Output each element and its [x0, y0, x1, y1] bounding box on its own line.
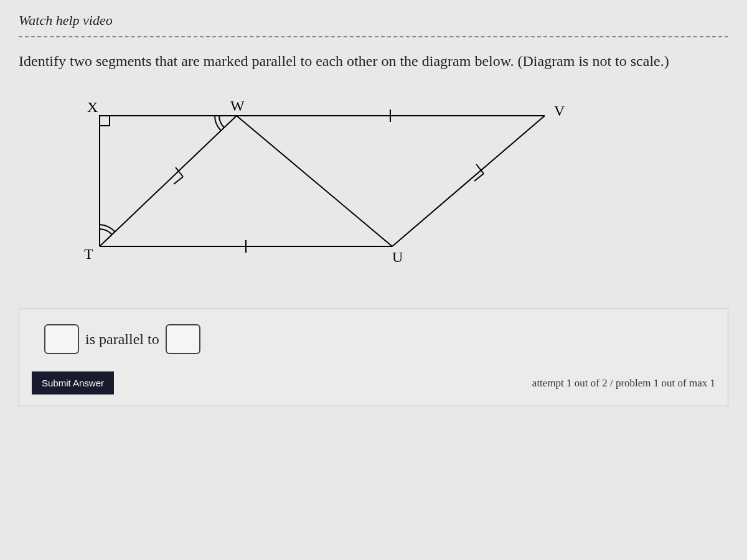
right-angle-mark — [100, 116, 110, 126]
watch-help-video-link[interactable]: Watch help video — [19, 12, 113, 29]
point-label-u: U — [392, 249, 403, 265]
point-label-t: T — [84, 246, 93, 262]
segment-1-input[interactable] — [44, 324, 79, 354]
svg-line-5 — [392, 116, 545, 246]
point-label-w: W — [230, 98, 245, 114]
parallel-arrow-tw — [174, 167, 183, 184]
svg-line-3 — [100, 116, 237, 246]
relation-label: is parallel to — [85, 331, 159, 348]
divider — [19, 36, 728, 37]
segment-2-input[interactable] — [166, 324, 200, 354]
attempt-status: attempt 1 out of 2 / problem 1 out of ma… — [532, 377, 715, 390]
point-label-x: X — [87, 99, 98, 115]
point-label-v: V — [554, 103, 565, 119]
svg-line-4 — [237, 116, 392, 246]
question-text: Identify two segments that are marked pa… — [19, 50, 728, 72]
geometry-diagram: X W V T U — [44, 97, 591, 278]
diagram-container: X W V T U — [19, 91, 728, 296]
svg-line-7 — [174, 177, 183, 184]
answer-row: is parallel to — [32, 324, 715, 354]
answer-area: is parallel to Submit Answer attempt 1 o… — [19, 309, 728, 406]
submit-answer-button[interactable]: Submit Answer — [32, 371, 114, 394]
